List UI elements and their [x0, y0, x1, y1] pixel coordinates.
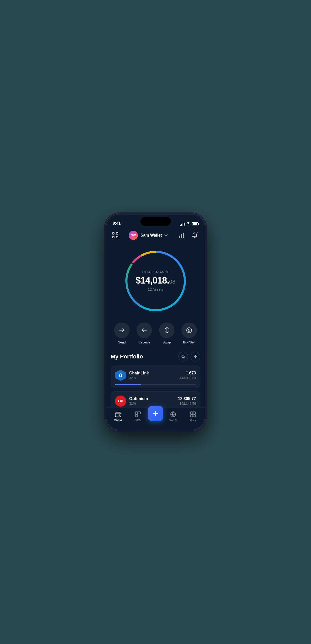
- total-balance-label: TOTAL BALANCE: [136, 271, 175, 274]
- svg-rect-1: [116, 233, 118, 234]
- balance-info: TOTAL BALANCE $14,018. 08 12 Assets: [136, 271, 175, 291]
- portfolio-title: My Portfolio: [111, 353, 143, 360]
- notification-badge: [196, 231, 199, 234]
- svg-rect-20: [138, 412, 140, 414]
- receive-button[interactable]: Receive: [137, 323, 152, 344]
- svg-rect-19: [135, 412, 138, 414]
- nav-web3[interactable]: Web3: [163, 411, 183, 422]
- receive-label: Receive: [138, 340, 150, 344]
- main-content: SW Sam Wallet: [106, 228, 205, 430]
- swap-button[interactable]: Swap: [159, 323, 174, 344]
- nav-more[interactable]: More: [183, 411, 203, 422]
- wallet-nav-icon: [114, 411, 122, 418]
- chainlink-icon: [115, 370, 126, 381]
- chainlink-percent: 32%: [129, 376, 149, 380]
- balance-cents: 08: [169, 278, 175, 285]
- analytics-button[interactable]: [177, 231, 187, 240]
- more-nav-label: More: [190, 419, 196, 422]
- optimism-percent: 31%: [129, 402, 148, 405]
- notifications-button[interactable]: [190, 231, 199, 240]
- svg-rect-21: [135, 415, 138, 417]
- phone-frame: 9:41: [106, 214, 205, 430]
- wallet-name-label: Sam Wallet: [140, 233, 162, 238]
- portfolio-actions: [178, 352, 200, 361]
- send-label: Send: [118, 340, 126, 344]
- chevron-down-icon: [165, 234, 168, 236]
- buysell-button[interactable]: Buy/Sell: [182, 323, 197, 344]
- status-icons: [180, 222, 198, 226]
- svg-rect-0: [112, 233, 114, 234]
- fab-button[interactable]: [148, 406, 163, 421]
- balance-dollars: $14,018.: [136, 275, 169, 286]
- web3-nav-icon: [170, 411, 177, 418]
- optimism-value: $42,149.56: [178, 402, 196, 405]
- header: SW Sam Wallet: [106, 228, 205, 243]
- avatar: SW: [129, 231, 138, 240]
- svg-rect-7: [179, 236, 180, 238]
- svg-rect-18: [119, 415, 120, 416]
- chainlink-value: $43,003.34: [179, 376, 196, 380]
- portfolio-header: My Portfolio: [111, 352, 200, 361]
- wifi-icon: [186, 222, 190, 225]
- bottom-nav: Wallet NFTs: [106, 407, 205, 430]
- balance-circle: TOTAL BALANCE $14,018. 08 12 Assets: [123, 248, 189, 314]
- svg-rect-24: [193, 412, 195, 414]
- chainlink-progress-bar: [115, 384, 196, 385]
- optimism-icon: OP: [115, 395, 126, 407]
- signal-icon: [180, 222, 185, 226]
- svg-rect-8: [181, 234, 182, 238]
- optimism-name: Optimism: [129, 397, 148, 401]
- buysell-label: Buy/Sell: [183, 340, 195, 344]
- action-buttons: Send Receive Swap: [106, 317, 205, 347]
- assets-count: 12 Assets: [136, 287, 175, 291]
- scan-button[interactable]: [112, 232, 119, 239]
- balance-section: TOTAL BALANCE $14,018. 08 12 Assets: [106, 243, 205, 317]
- swap-label: Swap: [162, 340, 171, 344]
- add-asset-button[interactable]: [191, 352, 200, 361]
- chainlink-amount: 1.673: [179, 371, 196, 375]
- nfts-nav-icon: [134, 411, 141, 418]
- chainlink-asset-card[interactable]: ChainLink 32% 1.673 $43,003.34: [111, 366, 200, 388]
- more-nav-icon: [189, 411, 197, 418]
- svg-rect-2: [112, 236, 114, 238]
- send-button[interactable]: Send: [114, 323, 129, 344]
- nav-nfts[interactable]: NFTs: [128, 411, 148, 422]
- dynamic-island: [140, 217, 171, 226]
- search-portfolio-button[interactable]: [178, 352, 188, 361]
- header-actions: [177, 231, 199, 240]
- svg-rect-25: [190, 415, 193, 417]
- nfts-nav-label: NFTs: [135, 419, 141, 422]
- wallet-selector[interactable]: SW Sam Wallet: [129, 231, 168, 240]
- svg-rect-26: [193, 415, 195, 417]
- status-time: 9:41: [113, 221, 121, 226]
- chainlink-name: ChainLink: [129, 371, 149, 375]
- svg-rect-9: [183, 233, 184, 238]
- chainlink-progress-fill: [115, 384, 141, 385]
- svg-rect-23: [190, 412, 193, 414]
- optimism-amount: 12,305.77: [178, 397, 196, 401]
- wallet-nav-label: Wallet: [114, 419, 122, 422]
- web3-nav-label: Web3: [169, 419, 177, 422]
- nav-wallet[interactable]: Wallet: [108, 411, 128, 422]
- battery-icon: [192, 222, 198, 225]
